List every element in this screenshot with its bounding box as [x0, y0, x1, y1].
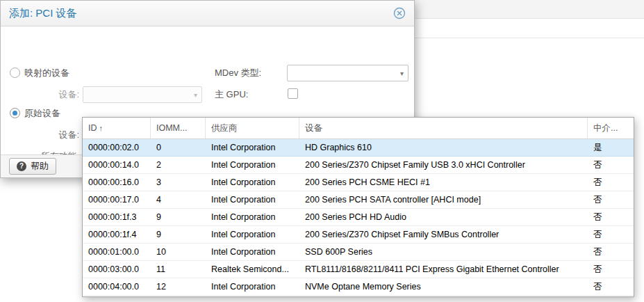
table-row[interactable]: 0000:00:1f.4 9 Intel Corporation 200 Ser… — [83, 226, 634, 244]
mdev-type-combobox[interactable]: ▾ — [287, 65, 408, 81]
column-header-mediated[interactable]: 中介... — [588, 118, 634, 138]
column-header-vendor[interactable]: 供应商 — [206, 118, 299, 138]
cell-vendor[interactable]: Intel Corporation — [206, 139, 299, 156]
table-row[interactable]: 0000:01:00.0 10 Intel Corporation SSD 60… — [83, 244, 634, 261]
cell-iommu[interactable]: 2 — [151, 157, 206, 173]
cell-iommu[interactable]: 4 — [151, 191, 206, 208]
chevron-down-icon: ▾ — [194, 91, 197, 99]
cell-iommu[interactable]: 11 — [151, 261, 206, 278]
cell-id[interactable]: 0000:03:00.0 — [83, 261, 151, 278]
cell-device[interactable]: HD Graphics 610 — [299, 139, 588, 156]
cell-iommu[interactable]: 10 — [151, 244, 206, 260]
chevron-down-icon: ▾ — [400, 70, 404, 77]
cell-device[interactable]: 200 Series PCH SATA controller [AHCI mod… — [299, 191, 588, 208]
table-row[interactable]: 0000:00:1f.3 9 Intel Corporation 200 Ser… — [83, 209, 634, 226]
cell-device[interactable]: 200 Series PCH HD Audio — [299, 209, 588, 225]
help-button-label: 帮助 — [31, 160, 49, 173]
cell-vendor[interactable]: Intel Corporation — [206, 157, 299, 173]
primary-gpu-checkbox[interactable] — [288, 88, 298, 99]
help-button[interactable]: ? 帮助 — [9, 158, 56, 175]
cell-mediated[interactable]: 否 — [588, 278, 634, 295]
cell-id[interactable]: 0000:04:00.0 — [83, 278, 151, 295]
table-row[interactable]: 0000:03:00.0 11 Realtek Semicond... RTL8… — [83, 261, 634, 278]
cell-device[interactable]: SSD 600P Series — [299, 244, 588, 260]
cell-device[interactable]: 200 Series/Z370 Chipset Family USB 3.0 x… — [299, 157, 588, 173]
cell-vendor[interactable]: Intel Corporation — [206, 174, 299, 191]
cell-vendor[interactable]: Intel Corporation — [206, 209, 299, 225]
table-header-row: ID↑ IOMM... 供应商 设备 中介... — [83, 118, 634, 139]
close-icon[interactable] — [393, 7, 406, 19]
help-icon: ? — [17, 161, 26, 171]
cell-vendor[interactable]: Intel Corporation — [206, 191, 299, 208]
cell-vendor[interactable]: Intel Corporation — [206, 278, 299, 295]
cell-mediated[interactable]: 否 — [588, 157, 634, 173]
raw-device-radio[interactable] — [10, 108, 20, 118]
cell-id[interactable]: 0000:00:02.0 — [83, 139, 151, 156]
column-header-id[interactable]: ID↑ — [83, 118, 151, 138]
cell-device[interactable]: 200 Series PCH CSME HECI #1 — [299, 174, 588, 191]
column-header-iommu[interactable]: IOMM... — [151, 118, 206, 138]
cell-iommu[interactable]: 3 — [151, 174, 206, 191]
cell-iommu[interactable]: 0 — [151, 139, 206, 156]
cell-id[interactable]: 0000:00:14.0 — [83, 157, 151, 173]
table-row[interactable]: 0000:00:14.0 2 Intel Corporation 200 Ser… — [83, 157, 634, 174]
cell-id[interactable]: 0000:00:1f.4 — [83, 226, 151, 243]
mapped-device-radio-label: 映射的设备 — [24, 67, 69, 79]
raw-device-radio-label: 原始设备 — [24, 108, 60, 119]
dialog-title: 添加: PCI 设备 — [9, 7, 77, 20]
cell-mediated[interactable]: 否 — [588, 174, 634, 191]
cell-mediated[interactable]: 否 — [588, 244, 634, 260]
mapped-device-combobox: ▾ — [83, 86, 202, 103]
sort-ascending-icon: ↑ — [99, 124, 104, 132]
pci-device-dropdown-table: ID↑ IOMM... 供应商 设备 中介... 0000:00:02.0 0 … — [82, 117, 634, 297]
cell-id[interactable]: 0000:00:16.0 — [83, 174, 151, 191]
table-row[interactable]: 0000:00:16.0 3 Intel Corporation 200 Ser… — [83, 174, 634, 191]
cell-mediated[interactable]: 是 — [588, 139, 634, 156]
table-row[interactable]: 0000:00:17.0 4 Intel Corporation 200 Ser… — [83, 191, 634, 209]
table-row[interactable]: 0000:04:00.0 12 Intel Corporation NVMe O… — [83, 278, 634, 296]
cell-vendor[interactable]: Intel Corporation — [206, 226, 299, 243]
primary-gpu-label: 主 GPU: — [215, 89, 248, 100]
mdev-type-label: MDev 类型: — [215, 67, 261, 79]
mapped-device-field-label: 设备: — [27, 89, 79, 100]
cell-id[interactable]: 0000:01:00.0 — [83, 244, 151, 260]
cell-device[interactable]: RTL8111/8168/8211/8411 PCI Express Gigab… — [299, 261, 588, 278]
cell-id[interactable]: 0000:00:17.0 — [83, 191, 151, 208]
cell-device[interactable]: 200 Series/Z370 Chipset Family SMBus Con… — [299, 226, 588, 243]
raw-device-field-label: 设备: — [27, 129, 79, 141]
cell-device[interactable]: NVMe Optane Memory Series — [299, 278, 588, 295]
cell-iommu[interactable]: 9 — [151, 226, 206, 243]
cell-vendor[interactable]: Realtek Semicond... — [206, 261, 299, 278]
dialog-header: 添加: PCI 设备 — [1, 1, 414, 26]
cell-mediated[interactable]: 否 — [588, 226, 634, 243]
cell-mediated[interactable]: 否 — [588, 191, 634, 208]
cell-mediated[interactable]: 否 — [588, 261, 634, 278]
cell-iommu[interactable]: 12 — [151, 278, 206, 295]
cell-vendor[interactable]: Intel Corporation — [206, 244, 299, 260]
column-header-device[interactable]: 设备 — [299, 118, 588, 138]
mapped-device-radio[interactable] — [10, 67, 20, 78]
cell-mediated[interactable]: 否 — [588, 209, 634, 225]
table-row[interactable]: 0000:00:02.0 0 Intel Corporation HD Grap… — [83, 139, 634, 157]
cell-id[interactable]: 0000:00:1f.3 — [83, 209, 151, 225]
cell-iommu[interactable]: 9 — [151, 209, 206, 225]
column-header-id-label: ID — [88, 123, 97, 133]
